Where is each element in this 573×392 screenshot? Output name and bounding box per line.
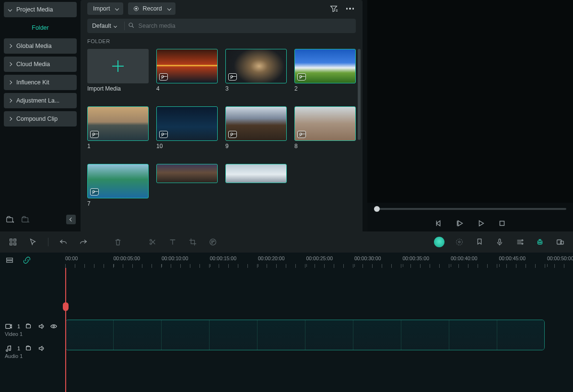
crop-button[interactable]	[187, 237, 198, 247]
svg-rect-6	[10, 243, 12, 245]
audio-track-header[interactable]: 1 Audio 1	[0, 342, 65, 361]
svg-point-9	[150, 243, 152, 245]
undo-button[interactable]	[58, 237, 69, 247]
media-thumbnail[interactable]	[225, 106, 287, 141]
ruler-tick: 00:00:10:00	[162, 255, 188, 261]
svg-point-13	[211, 242, 212, 243]
sort-dropdown[interactable]: Default	[87, 23, 121, 29]
caret-right-icon	[8, 81, 12, 84]
video-lane[interactable]	[65, 320, 573, 350]
link-toggle-button[interactable]	[22, 255, 32, 265]
timeline-overview-button[interactable]	[5, 255, 14, 265]
media-thumbnail[interactable]	[156, 106, 218, 141]
media-thumbnail-label: 9	[225, 143, 287, 150]
sidebar-item-compound-clip[interactable]: Compound Clip	[4, 111, 77, 127]
next-frame-button[interactable]	[476, 219, 486, 228]
video-track-name: Video 1	[5, 331, 60, 337]
ruler-tick: 00:00:35:00	[403, 255, 429, 261]
svg-point-10	[210, 239, 216, 245]
audio-track-name: Audio 1	[5, 353, 60, 359]
svg-rect-5	[14, 239, 16, 242]
track-mute-icon[interactable]	[37, 323, 45, 330]
stop-button[interactable]	[497, 219, 507, 228]
svg-point-20	[538, 242, 539, 243]
svg-rect-24	[7, 258, 13, 260]
marker-button[interactable]	[474, 237, 485, 247]
record-dropdown[interactable]: Record	[128, 2, 175, 15]
media-thumbnail-label: 3	[225, 85, 287, 92]
redo-button[interactable]	[78, 237, 89, 247]
caret-right-icon	[8, 99, 12, 103]
sidebar-sub-folder[interactable]: Folder	[4, 20, 77, 35]
audio-lane[interactable]	[65, 363, 573, 382]
filter-button[interactable]	[328, 3, 339, 14]
video-clip[interactable]	[65, 320, 545, 350]
media-thumbnail-label: 8	[294, 143, 356, 150]
remove-folder-button[interactable]	[20, 214, 31, 225]
split-button[interactable]	[147, 237, 158, 247]
voiceover-button[interactable]	[494, 237, 505, 247]
media-thumbnail[interactable]	[87, 106, 149, 141]
caret-right-icon	[8, 44, 12, 48]
sidebar-item-cloud-media[interactable]: Cloud Media	[4, 57, 77, 72]
text-button[interactable]	[167, 237, 178, 247]
play-pause-button[interactable]	[455, 219, 465, 228]
sidebar-item-label: Influence Kit	[16, 79, 49, 86]
media-scrollbar[interactable]	[358, 49, 361, 231]
prev-frame-button[interactable]	[434, 219, 444, 228]
sidebar-item-global-media[interactable]: Global Media	[4, 38, 77, 54]
media-thumbnail[interactable]	[156, 49, 218, 83]
media-thumbnail[interactable]	[87, 164, 149, 198]
playhead[interactable]	[65, 268, 66, 392]
track-mute-icon[interactable]	[37, 345, 45, 352]
scrub-handle[interactable]	[374, 206, 380, 212]
color-button[interactable]	[208, 237, 218, 247]
auto-edit-button[interactable]	[535, 237, 545, 247]
sidebar-item-influence-kit[interactable]: Influence Kit	[4, 75, 77, 90]
delete-button[interactable]	[113, 237, 123, 247]
divider	[124, 22, 125, 30]
image-badge-icon	[297, 131, 306, 138]
sidebar-item-project-media[interactable]: Project Media	[4, 2, 77, 17]
sort-label: Default	[92, 23, 111, 29]
playhead-handle[interactable]	[63, 302, 69, 311]
image-badge-icon	[228, 131, 237, 138]
import-media-card[interactable]	[87, 49, 149, 83]
ruler-tick: 00:00:40:00	[451, 255, 477, 261]
more-options-button[interactable]	[344, 3, 356, 14]
grid-view-button[interactable]	[8, 237, 18, 247]
track-lock-icon[interactable]	[25, 323, 33, 330]
collapse-sidebar-button[interactable]	[66, 215, 76, 224]
new-folder-button[interactable]	[5, 214, 15, 225]
ai-tools-button[interactable]	[434, 237, 444, 247]
search-icon	[128, 22, 135, 31]
media-thumbnail[interactable]	[225, 164, 287, 183]
sidebar-item-adjustment-layer[interactable]: Adjustment La...	[4, 93, 77, 108]
chevron-down-icon	[167, 7, 171, 11]
svg-rect-25	[7, 261, 13, 263]
render-button[interactable]	[555, 237, 565, 247]
media-thumbnail[interactable]	[294, 49, 356, 83]
timeline-lanes[interactable]: 00:0000:00:05:0000:00:10:0000:00:15:0000…	[65, 253, 573, 392]
search-input[interactable]	[135, 23, 356, 29]
select-tool-button[interactable]	[28, 237, 38, 247]
video-track-icon	[5, 323, 12, 330]
media-thumbnail[interactable]	[294, 106, 356, 141]
svg-point-17	[522, 240, 523, 241]
media-thumbnail[interactable]	[225, 49, 287, 83]
track-lock-icon[interactable]	[25, 345, 33, 352]
caret-right-icon	[8, 117, 12, 121]
import-dropdown[interactable]: Import	[87, 2, 123, 15]
image-badge-icon	[90, 131, 99, 138]
ruler-tick: 00:00	[65, 255, 78, 261]
keyframe-mode-button[interactable]	[454, 237, 465, 247]
media-thumbnail[interactable]	[156, 164, 218, 183]
track-visibility-icon[interactable]	[50, 323, 58, 330]
preview-viewport	[367, 0, 573, 203]
video-track-header[interactable]: 1 Video 1	[0, 320, 65, 339]
preview-scrubber[interactable]	[367, 203, 573, 215]
sidebar-sub-label: Folder	[32, 24, 48, 31]
audio-mixer-button[interactable]	[515, 237, 525, 247]
time-ruler[interactable]: 00:0000:00:05:0000:00:10:0000:00:15:0000…	[65, 253, 573, 268]
ruler-tick: 00:00:05:00	[114, 255, 140, 261]
